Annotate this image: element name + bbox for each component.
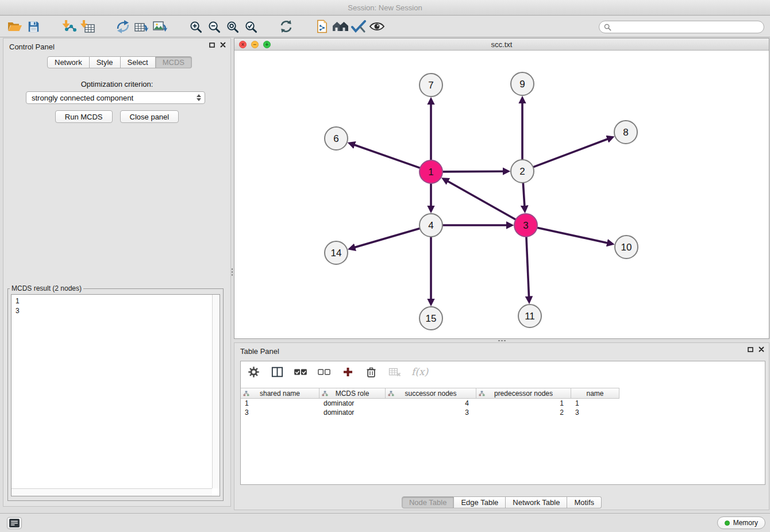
graph-node-7[interactable]: 7 bbox=[419, 74, 442, 97]
zoom-window-button[interactable]: + bbox=[263, 41, 271, 48]
gear-icon bbox=[248, 366, 260, 378]
cell-shared-name: 1 bbox=[241, 399, 319, 408]
graph-edge-4-14[interactable] bbox=[353, 229, 420, 248]
graph-edge-2-8[interactable] bbox=[533, 138, 609, 167]
graph-node-6[interactable]: 6 bbox=[325, 127, 348, 150]
zoom-out-button[interactable] bbox=[205, 18, 223, 35]
home-button[interactable] bbox=[331, 18, 349, 35]
export-image-button[interactable] bbox=[151, 18, 169, 35]
add-column-icon bbox=[342, 367, 353, 377]
mcds-result-value: 3 bbox=[16, 306, 207, 316]
open-session-button[interactable] bbox=[6, 18, 24, 35]
graph-edge-3-11[interactable] bbox=[526, 237, 529, 298]
traffic-lights: ×−+ bbox=[239, 41, 271, 48]
import-table-button[interactable] bbox=[78, 18, 97, 35]
tab-edge-table[interactable]: Edge Table bbox=[454, 496, 506, 508]
svg-text:14: 14 bbox=[331, 248, 342, 259]
column-header-name[interactable]: name bbox=[571, 388, 619, 399]
graph-node-14[interactable]: 14 bbox=[325, 241, 348, 264]
graph-node-4[interactable]: 4 bbox=[419, 214, 442, 237]
zoom-in-button[interactable] bbox=[186, 18, 205, 35]
select-all-button[interactable] bbox=[294, 364, 307, 379]
column-label: successor nodes bbox=[405, 390, 456, 398]
zoom-fit-icon bbox=[226, 20, 239, 33]
task-history-button[interactable] bbox=[7, 517, 22, 529]
search-input[interactable] bbox=[614, 23, 759, 31]
tab-motifs[interactable]: Motifs bbox=[567, 496, 602, 508]
zoom-out-icon bbox=[207, 20, 221, 33]
close-icon[interactable] bbox=[220, 42, 226, 48]
select-stepper-icon bbox=[197, 94, 201, 101]
splitter-grip-icon bbox=[498, 340, 506, 342]
export-network-icon bbox=[116, 20, 130, 33]
delete-column-button[interactable] bbox=[364, 364, 378, 379]
graph-edge-1-2[interactable] bbox=[442, 171, 505, 172]
graph-node-1[interactable]: 1 bbox=[419, 160, 442, 183]
optimization-select[interactable]: strongly connected component bbox=[26, 91, 205, 104]
export-network-button[interactable] bbox=[114, 18, 132, 35]
export-table-button[interactable] bbox=[132, 18, 151, 35]
network-canvas[interactable]: 7968124314101511 bbox=[234, 51, 769, 338]
graph-edge-1-6[interactable] bbox=[353, 144, 420, 168]
tab-network-table[interactable]: Network Table bbox=[506, 496, 567, 508]
tab-network[interactable]: Network bbox=[47, 56, 90, 68]
zoom-selected-icon bbox=[244, 20, 257, 33]
run-mcds-button[interactable]: Run MCDS bbox=[55, 110, 113, 123]
graph-edge-2-3[interactable] bbox=[523, 183, 525, 207]
float-icon[interactable] bbox=[209, 43, 215, 48]
add-column-button[interactable] bbox=[341, 364, 355, 379]
toolbar-group bbox=[313, 18, 386, 35]
tab-mcds[interactable]: MCDS bbox=[156, 56, 192, 68]
graph-node-9[interactable]: 9 bbox=[511, 72, 534, 95]
graph-node-15[interactable]: 15 bbox=[419, 307, 442, 330]
result-horizontal-scrollbar[interactable] bbox=[11, 488, 212, 496]
gear-button[interactable] bbox=[247, 364, 260, 379]
zoom-fit-button[interactable] bbox=[223, 18, 241, 35]
show-details-eye-button[interactable] bbox=[368, 18, 386, 35]
graph-edge-3-10[interactable] bbox=[537, 228, 609, 243]
annotation-button[interactable] bbox=[349, 18, 368, 35]
result-vertical-scrollbar[interactable] bbox=[212, 295, 220, 488]
tab-style[interactable]: Style bbox=[90, 56, 121, 68]
toolbar-group bbox=[277, 18, 295, 35]
graph-node-11[interactable]: 11 bbox=[518, 304, 541, 327]
graph-node-8[interactable]: 8 bbox=[614, 121, 637, 144]
column-header-predecessor-nodes[interactable]: predecessor nodes bbox=[476, 388, 571, 399]
column-header-mcds-role[interactable]: MCDS role bbox=[319, 388, 386, 399]
zoom-selected-button[interactable] bbox=[241, 18, 260, 35]
column-label: predecessor nodes bbox=[494, 390, 553, 398]
split-column-button[interactable] bbox=[270, 364, 284, 379]
deselect-all-button[interactable] bbox=[317, 364, 331, 379]
column-edit-icon bbox=[388, 391, 394, 396]
float-icon[interactable] bbox=[748, 347, 753, 352]
control-panel: Control Panel NetworkStyleSelectMCDS Opt… bbox=[3, 38, 231, 507]
table-panel-window-buttons bbox=[748, 346, 764, 352]
graph-node-10[interactable]: 10 bbox=[615, 236, 638, 259]
graph-node-2[interactable]: 2 bbox=[511, 160, 534, 183]
search-field[interactable] bbox=[599, 21, 764, 33]
column-header-shared-name[interactable]: shared name bbox=[241, 388, 319, 399]
network-window-title: scc.txt bbox=[491, 40, 513, 49]
minimize-window-button[interactable]: − bbox=[251, 41, 259, 48]
refresh-layout-button[interactable] bbox=[277, 18, 295, 35]
table-row[interactable]: 1dominator411 bbox=[241, 399, 619, 408]
export-document-button[interactable] bbox=[313, 18, 331, 35]
tab-select[interactable]: Select bbox=[121, 56, 156, 68]
column-label: name bbox=[586, 390, 603, 398]
console-icon bbox=[9, 518, 20, 528]
close-window-button[interactable]: × bbox=[239, 41, 247, 48]
import-network-button[interactable] bbox=[60, 18, 78, 35]
graph-node-3[interactable]: 3 bbox=[514, 214, 537, 237]
graph-edge-3-1[interactable] bbox=[446, 180, 516, 219]
close-icon[interactable] bbox=[759, 346, 764, 352]
mcds-result-title: MCDS result (2 nodes) bbox=[10, 284, 83, 292]
close-panel-button[interactable]: Close panel bbox=[120, 110, 179, 123]
column-header-successor-nodes[interactable]: successor nodes bbox=[386, 388, 476, 399]
save-session-button[interactable] bbox=[24, 18, 43, 35]
mcds-result-value: 1 bbox=[16, 296, 207, 306]
table-row[interactable]: 3dominator323 bbox=[241, 408, 619, 417]
memory-button[interactable]: Memory bbox=[717, 516, 765, 529]
table-panel: Table Panel f(x) shared nameMCDS rolesuc… bbox=[234, 342, 769, 510]
tab-node-table[interactable]: Node Table bbox=[402, 496, 455, 508]
show-details-eye-icon bbox=[369, 21, 385, 32]
